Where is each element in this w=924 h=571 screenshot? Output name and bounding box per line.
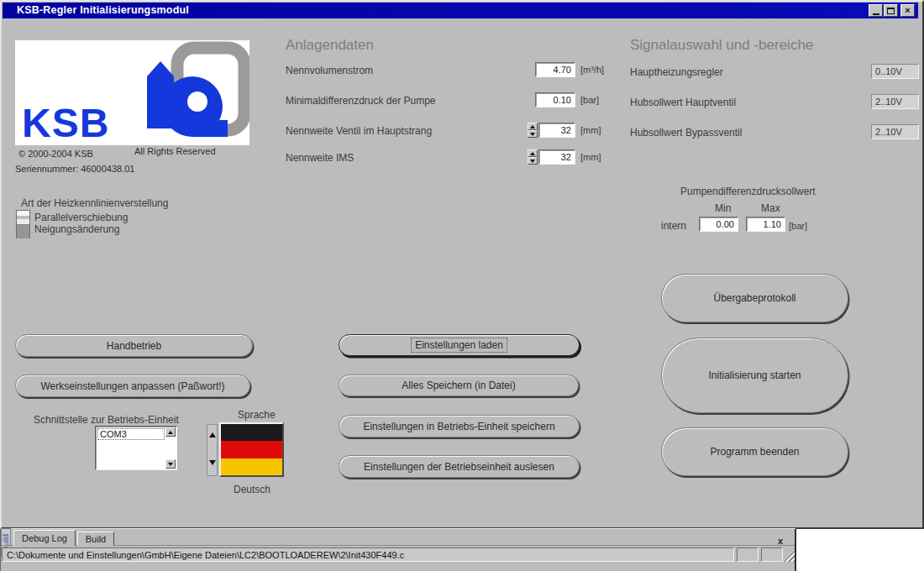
arrow-up-icon[interactable] bbox=[209, 432, 216, 437]
german-flag-icon[interactable] bbox=[219, 422, 284, 477]
label-hubsollwert-bypassventil: Hubsollwert Bypassventil bbox=[630, 127, 742, 139]
label-minimaldifferenzdruck: Minimaldifferenzdruck der Pumpe bbox=[286, 95, 436, 107]
language-scrollbar[interactable] bbox=[207, 424, 218, 476]
signal-hauptheizungsregler[interactable]: 0..10V bbox=[871, 64, 919, 79]
ksb-logo-mark-icon bbox=[139, 41, 249, 144]
arrow-down-icon[interactable] bbox=[209, 460, 216, 465]
minimize-button[interactable] bbox=[869, 4, 883, 17]
option-parallelverschiebung-indicator[interactable] bbox=[17, 211, 29, 225]
maximize-button[interactable] bbox=[884, 4, 898, 17]
einstellungen-auslesen-button[interactable]: Einstellungen der Betriebseinheit ausles… bbox=[339, 455, 580, 478]
label-language-value: Deutsch bbox=[234, 484, 270, 495]
field-nennvolumenstrom[interactable]: 4.70 bbox=[535, 62, 575, 77]
label-max: Max bbox=[761, 202, 780, 214]
label-parallelverschiebung: Parallelverschiebung bbox=[34, 212, 128, 223]
option-neigungsaenderung-indicator[interactable] bbox=[17, 225, 29, 238]
ksb-logo-text: KSB bbox=[22, 103, 109, 144]
einstellungen-speichern-button[interactable]: Einstellungen in Betriebs-Einheit speich… bbox=[339, 415, 580, 437]
tab-debug-log[interactable]: Debug Log bbox=[13, 530, 76, 546]
copyright-text: © 2000-2004 KSB bbox=[18, 149, 93, 159]
field-nennweite-ims[interactable]: 32 bbox=[538, 149, 575, 165]
title-bar[interactable]: KSB-Regler Initialisierungsmodul × bbox=[3, 3, 918, 18]
field-minimaldifferenzdruck[interactable]: 0.10 bbox=[535, 92, 575, 107]
status-path-bar: C:\Dokumente und Einstellungen\GmbH\Eige… bbox=[2, 547, 734, 562]
field-pumpensollwert-min[interactable]: 0.00 bbox=[699, 217, 738, 232]
werkseinstellungen-button[interactable]: Werkseinstellungen anpassen (Paßwort!) bbox=[15, 375, 250, 397]
label-hubsollwert-hauptventil: Hubsollwert Hauptventil bbox=[630, 97, 736, 108]
label-schnittstelle: Schnittstelle zur Betriebs-Einheit bbox=[34, 414, 179, 426]
status-pane bbox=[761, 547, 783, 562]
spin-up-icon[interactable] bbox=[528, 149, 538, 157]
unit-pumpensollwert: [bar] bbox=[789, 221, 807, 231]
panel-close-button[interactable]: x bbox=[774, 532, 787, 544]
label-neigungsaenderung: Neigungsänderung bbox=[34, 223, 119, 235]
signal-hubsollwert-bypassventil[interactable]: 2..10V bbox=[871, 124, 919, 139]
einstellungen-laden-button[interactable]: Einstellungen laden bbox=[339, 334, 580, 356]
com-port-listbox[interactable]: COM3 bbox=[95, 426, 177, 470]
tab-build[interactable]: Build bbox=[77, 532, 114, 546]
close-button[interactable]: × bbox=[900, 4, 915, 17]
serial-number: Seriennummer: 46000438.01 bbox=[15, 164, 134, 174]
unit-nennweite-hauptstrang: [mm] bbox=[580, 125, 601, 135]
label-nennweite-hauptstrang: Nennweite Ventil im Hauptstrang bbox=[286, 125, 432, 137]
unit-nennvolumenstrom: [m³/h] bbox=[580, 65, 604, 75]
einstellungen-laden-button-label: Einstellungen laden bbox=[412, 338, 507, 352]
label-intern: intern bbox=[661, 220, 686, 232]
rights-text: All Rights Reserved bbox=[134, 146, 216, 156]
flag-stripe-gold bbox=[221, 458, 282, 475]
screen: KSB-Regler Initialisierungsmodul × KSB ©… bbox=[0, 0, 924, 571]
einstellungen-auslesen-button-label: Einstellungen der Betriebseinheit ausles… bbox=[364, 461, 554, 473]
einstellungen-speichern-button-label: Einstellungen in Betriebs-Einheit speich… bbox=[363, 421, 554, 432]
spinner-nennweite-ims[interactable] bbox=[528, 149, 538, 165]
section-heading-anlagendaten: Anlagendaten bbox=[286, 37, 374, 54]
signal-hubsollwert-hauptventil[interactable]: 2..10V bbox=[871, 94, 919, 109]
spin-down-icon[interactable] bbox=[528, 157, 538, 165]
scroll-down-icon[interactable] bbox=[165, 459, 176, 469]
alles-speichern-button[interactable]: Alles Speichern (in Datei) bbox=[339, 375, 579, 396]
werkseinstellungen-button-label: Werkseinstellungen anpassen (Paßwort!) bbox=[40, 380, 224, 392]
close-icon: × bbox=[905, 6, 910, 15]
flag-stripe-red bbox=[221, 441, 282, 458]
tab-debug-log-label: Debug Log bbox=[22, 533, 67, 543]
section-heading-signalauswahl: Signalauswahl und -bereiche bbox=[630, 37, 813, 54]
label-min: Min bbox=[715, 202, 731, 214]
tab-build-label: Build bbox=[86, 534, 106, 544]
panel-close-icon: x bbox=[778, 536, 783, 546]
initialisierung-starten-button[interactable]: Initialisierung starten bbox=[661, 338, 848, 413]
alles-speichern-button-label: Alles Speichern (in Datei) bbox=[402, 380, 515, 391]
tab-strip-line bbox=[1, 545, 795, 546]
handbetrieb-button[interactable]: Handbetrieb bbox=[15, 334, 253, 357]
com-port-item[interactable]: COM3 bbox=[97, 428, 165, 440]
maximize-icon bbox=[887, 8, 895, 14]
heading-pumpendifferenzdrucksollwert: Pumpendifferenzdrucksollwert bbox=[680, 186, 816, 197]
unit-nennweite-ims: [mm] bbox=[580, 152, 601, 162]
field-pumpensollwert-max[interactable]: 1.10 bbox=[746, 217, 785, 232]
label-hauptheizungsregler: Hauptheizungsregler bbox=[630, 66, 723, 78]
ksb-logo: KSB bbox=[15, 40, 249, 145]
uebergabeprotokoll-button-label: Übergabeprotokoll bbox=[713, 292, 795, 304]
uebergabeprotokoll-button[interactable]: Übergabeprotokoll bbox=[661, 274, 848, 322]
programm-beenden-button[interactable]: Programm beenden bbox=[661, 427, 848, 476]
status-pane bbox=[737, 547, 759, 562]
window-title: KSB-Regler Initialisierungsmodul bbox=[17, 4, 189, 16]
spin-up-icon[interactable] bbox=[528, 123, 538, 130]
heading-heizkennlinie: Art der Heizkennlinienverstellung bbox=[21, 197, 168, 209]
handbetrieb-button-label: Handbetrieb bbox=[107, 340, 161, 352]
unit-minimaldifferenzdruck: [bar] bbox=[580, 95, 599, 105]
heizkennlinie-selector[interactable] bbox=[16, 210, 30, 238]
scroll-up-icon[interactable] bbox=[165, 427, 176, 437]
spin-down-icon[interactable] bbox=[528, 130, 538, 138]
label-sprache: Sprache bbox=[238, 409, 276, 421]
label-nennweite-ims: Nennweite IMS bbox=[286, 152, 354, 164]
minimize-icon bbox=[873, 13, 879, 15]
flag-stripe-black bbox=[221, 424, 282, 441]
spinner-nennweite-hauptstrang[interactable] bbox=[528, 123, 538, 138]
label-nennvolumenstrom: Nennvolumenstrom bbox=[286, 65, 373, 76]
programm-beenden-button-label: Programm beenden bbox=[710, 446, 799, 458]
field-nennweite-hauptstrang[interactable]: 32 bbox=[538, 123, 575, 138]
initialisierung-starten-button-label: Initialisierung starten bbox=[708, 369, 801, 381]
